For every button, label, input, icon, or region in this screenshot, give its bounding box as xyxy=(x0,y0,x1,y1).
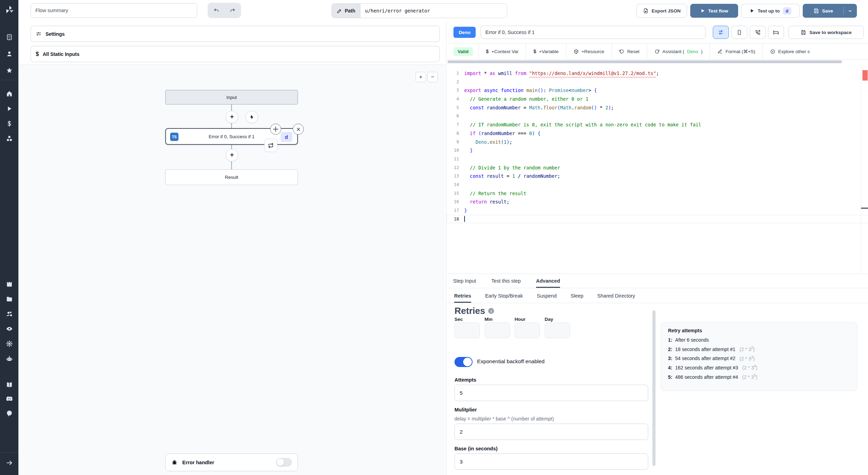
attempts-input[interactable] xyxy=(454,385,648,401)
zoom-in-button[interactable]: + xyxy=(416,72,426,82)
sidebar-item-calendar[interactable] xyxy=(0,280,18,288)
bench-mode-button[interactable] xyxy=(768,26,784,39)
sidebar-item-arrow-right[interactable] xyxy=(0,459,18,467)
pencil-icon xyxy=(337,8,342,14)
zoom-out-button[interactable]: − xyxy=(427,72,438,82)
toolbar-horizontal-scrollbar[interactable] xyxy=(448,60,842,63)
save-icon xyxy=(801,30,806,35)
sidebar-item-book[interactable] xyxy=(0,381,18,389)
tab-test-this-step[interactable]: Test this step xyxy=(491,274,521,288)
flow-node-result[interactable]: Result xyxy=(165,169,298,185)
diff-view-button[interactable] xyxy=(731,26,747,39)
trigger-bolt-button[interactable] xyxy=(245,111,258,123)
subtab-suspend[interactable]: Suspend xyxy=(537,289,557,303)
tab-step-input[interactable]: Step Input xyxy=(453,274,476,288)
sidebar-item-building[interactable] xyxy=(0,33,18,41)
redo-button[interactable] xyxy=(225,4,240,17)
phone-incoming-icon xyxy=(755,30,761,35)
path-input[interactable] xyxy=(360,4,507,18)
code-line-8: 8 if (randomNumber === 0) { xyxy=(446,129,868,138)
users-icon xyxy=(6,310,13,317)
step-tabs: Step InputTest this stepAdvanced xyxy=(446,274,868,288)
code-line-2: 2 xyxy=(446,78,868,86)
add-step-button[interactable]: + xyxy=(226,149,238,161)
toolbar-resource-button[interactable]: +Resource xyxy=(566,43,612,59)
line-number: 5 xyxy=(446,103,464,112)
sidebar-item-home[interactable] xyxy=(0,90,18,98)
dollar-icon xyxy=(6,120,13,127)
test-up-to-button[interactable]: Test up to d xyxy=(741,4,800,18)
sidebar-item-github[interactable] xyxy=(0,409,18,417)
toolbar-format-s-button[interactable]: Format (⌘+S) xyxy=(710,43,762,59)
sidebar-group-top xyxy=(0,33,18,75)
flow-summary-input[interactable] xyxy=(31,3,197,18)
line-number: 15 xyxy=(446,189,464,198)
retry-hour-input[interactable] xyxy=(515,323,540,338)
save-dropdown-button[interactable] xyxy=(844,4,857,17)
line-content: export async function main(): Promise<nu… xyxy=(464,86,868,95)
delete-step-button[interactable] xyxy=(293,124,304,135)
toolbar-assistant-deno-button[interactable]: Assistant (Deno) xyxy=(647,43,710,59)
sidebar-item-dollar[interactable] xyxy=(0,119,18,128)
subtab-sleep[interactable]: Sleep xyxy=(570,289,583,303)
retry-indicator-button[interactable] xyxy=(264,139,277,152)
multiplier-input[interactable] xyxy=(454,424,648,440)
subtab-early-stop-break[interactable]: Early Stop/Break xyxy=(485,289,523,303)
sidebar-item-play[interactable] xyxy=(0,105,18,113)
sidebar-item-bot[interactable] xyxy=(0,355,18,363)
toolbar-variable-button[interactable]: $+Variable xyxy=(526,43,566,59)
base-input[interactable] xyxy=(454,453,648,470)
all-static-inputs-button[interactable]: $ All Static Inputs xyxy=(31,46,440,62)
language-badge: Deno xyxy=(453,27,476,38)
retry-min-input[interactable] xyxy=(485,323,510,338)
test-flow-button[interactable]: Test flow xyxy=(690,4,738,18)
sidebar-item-discord[interactable] xyxy=(0,395,18,403)
retry-sec-input[interactable] xyxy=(454,323,480,338)
save-to-workspace-button[interactable]: Save to workspace xyxy=(788,26,864,39)
windmill-logo-icon[interactable] xyxy=(4,5,15,15)
move-step-button[interactable] xyxy=(270,124,281,135)
flow-settings-button[interactable]: Settings xyxy=(31,26,440,42)
sync-toggle-button[interactable] xyxy=(713,26,729,39)
form-vertical-scrollbar[interactable] xyxy=(652,310,656,466)
retry-attempt-index: 2: xyxy=(668,347,672,352)
phone-trigger-button[interactable] xyxy=(750,26,766,39)
save-button[interactable]: Save xyxy=(803,4,843,17)
gear-icon xyxy=(6,340,13,347)
flow-canvas[interactable]: + − Input + TS Error if 0, Success if 1 … xyxy=(18,65,445,475)
sidebar-item-folder[interactable] xyxy=(0,295,18,303)
editor-toolbar-items: $+Context Var$+Variable+ResourceResetAss… xyxy=(478,43,868,59)
add-step-button[interactable]: + xyxy=(226,111,238,123)
info-icon[interactable]: i xyxy=(488,308,494,314)
subtab-shared-directory[interactable]: Shared Directory xyxy=(597,289,635,303)
retry-day-input[interactable] xyxy=(545,323,570,338)
flow-node-step[interactable]: TS Error if 0, Success if 1 d xyxy=(165,128,298,145)
retry-attempt-item: 5:486 seconds after attempt #4(2 * 35) xyxy=(668,374,850,380)
discord-icon xyxy=(6,395,13,402)
flow-node-input[interactable]: Input xyxy=(165,90,298,105)
line-content xyxy=(464,181,868,189)
error-handler-toggle[interactable] xyxy=(276,458,292,467)
advanced-subtabs: RetriesEarly Stop/BreakSuspendSleepShare… xyxy=(446,289,868,303)
subtab-retries[interactable]: Retries xyxy=(454,289,471,303)
exponential-backoff-toggle[interactable] xyxy=(454,357,473,367)
undo-button[interactable] xyxy=(209,4,224,17)
tab-advanced[interactable]: Advanced xyxy=(536,274,560,288)
sidebar-item-boxes[interactable] xyxy=(0,134,18,143)
retry-day-field: Day xyxy=(545,317,570,338)
toolbar-context-var-button[interactable]: $+Context Var xyxy=(478,43,526,59)
sidebar-item-eye[interactable] xyxy=(0,325,18,333)
sidebar-item-gear[interactable] xyxy=(0,340,18,348)
sidebar-item-star[interactable] xyxy=(0,66,18,75)
edit-path-button[interactable]: Path xyxy=(332,4,360,18)
retry-attempt-formula: (2 * 34) xyxy=(742,364,758,370)
toolbar-reset-button[interactable]: Reset xyxy=(611,43,646,59)
toolbar-explore-other-s-button[interactable]: Explore other s xyxy=(762,43,817,59)
sidebar-item-user[interactable] xyxy=(0,50,18,58)
step-name-input[interactable] xyxy=(481,26,706,39)
code-line-4: 4 // Generate a random number, either 0 … xyxy=(446,95,868,103)
sidebar-item-users[interactable] xyxy=(0,310,18,318)
export-json-button[interactable]: Export JSON xyxy=(636,4,687,18)
code-editor[interactable]: 1import * as wmill from "https://deno.la… xyxy=(446,64,868,274)
folder-icon xyxy=(6,295,13,302)
